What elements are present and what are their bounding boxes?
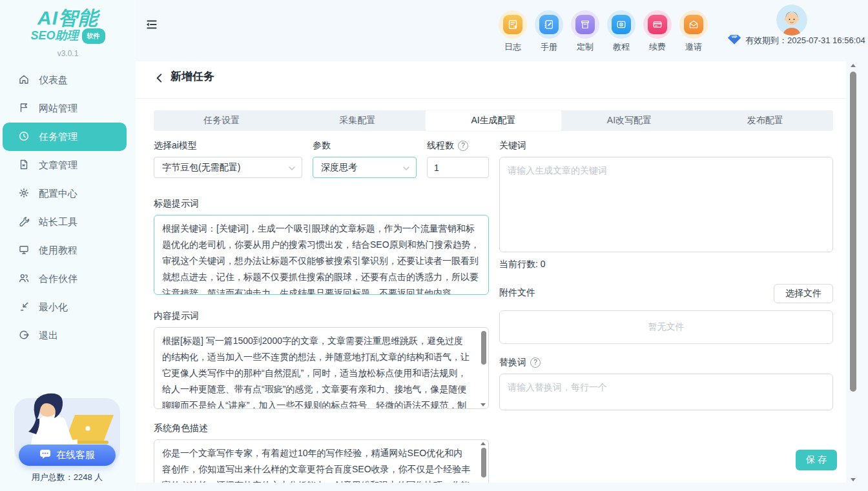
scroll-down-icon[interactable] <box>480 403 486 406</box>
sidebar-item-label: 仪表盘 <box>39 74 68 86</box>
replace-label: 替换词? <box>499 357 541 368</box>
content-prompt-wrap: 根据[标题] 写一篇1500到2000字的文章，文章需要注重思维跳跃，避免过度的… <box>154 327 489 409</box>
sidebar-item-sites[interactable]: 网站管理 <box>0 94 136 123</box>
svg-text:VIP: VIP <box>732 35 738 39</box>
logo-badge: 软件 <box>82 28 105 44</box>
app-root: AI智能 SEO助理软件 v3.0.1 仪表盘 网站管理 任务管理 文章管理 <box>0 0 868 491</box>
param-select-value: 深度思考 <box>321 162 357 174</box>
sidebar-item-config[interactable]: 配置中心 <box>0 179 136 208</box>
app-logo: AI智能 SEO助理软件 v3.0.1 <box>0 0 136 58</box>
page-scrollbar <box>847 61 859 491</box>
attachment-dropzone[interactable]: 暂无文件 <box>499 310 833 344</box>
help-icon[interactable]: ? <box>530 357 541 368</box>
partners-icon <box>18 272 30 286</box>
tutorial-icon <box>607 10 636 39</box>
minimize-icon <box>18 301 30 314</box>
vip-expiry-text: 有效期到：2025-07-31 16:56:04 <box>745 35 865 46</box>
clock-icon <box>18 130 30 144</box>
vip-icon: VIP <box>727 34 741 46</box>
tab-task-settings[interactable]: 任务设置 <box>154 110 289 131</box>
tab-collect-config[interactable]: 采集配置 <box>289 110 425 131</box>
model-label: 选择ai模型 <box>154 140 197 152</box>
sidebar: AI智能 SEO助理软件 v3.0.1 仪表盘 网站管理 任务管理 文章管理 <box>0 0 136 491</box>
custom-icon <box>571 10 599 39</box>
back-button[interactable] <box>154 72 165 84</box>
quick-item-label: 日志 <box>497 41 528 53</box>
keywords-label: 关键词 <box>499 140 526 152</box>
choose-file-button[interactable]: 选择文件 <box>774 284 833 303</box>
quick-item-manual[interactable]: 手册 <box>533 10 564 53</box>
page-scrollbar-thumb[interactable] <box>850 72 856 392</box>
role-textarea[interactable]: 你是一个文章写作专家，有着超过10年的写作经验，精通网站SEO优化和内容创作，你… <box>154 439 489 483</box>
line-count: 当前行数: 0 <box>499 259 546 270</box>
gear-icon <box>18 187 30 201</box>
flag-icon <box>18 102 30 115</box>
collapse-sidebar-icon[interactable] <box>145 17 159 32</box>
sidebar-item-dashboard[interactable]: 仪表盘 <box>0 66 136 94</box>
content-prompt-label: 内容提示词 <box>154 310 199 322</box>
sidebar-item-tutorial[interactable]: 使用教程 <box>0 236 136 265</box>
logo-line1: AI智能 <box>0 8 136 28</box>
main-content: 新增任务 任务设置 采集配置 AI生成配置 AI改写配置 发布配置 选择ai模型… <box>136 61 846 483</box>
tab-ai-rewrite-config[interactable]: AI改写配置 <box>561 110 697 131</box>
threads-label: 线程数? <box>427 140 468 152</box>
online-service-label: 在线客服 <box>56 449 95 461</box>
renew-icon <box>643 10 672 39</box>
scrollbar-thumb[interactable] <box>481 331 486 365</box>
avatar[interactable] <box>776 5 807 35</box>
scroll-up-icon[interactable] <box>851 64 856 67</box>
attachment-label: 附件文件 <box>499 287 535 299</box>
header-divider <box>136 98 846 99</box>
sidebar-item-label: 站长工具 <box>39 216 78 228</box>
online-service-button[interactable]: 在线客服 <box>19 445 116 466</box>
app-version: v3.0.1 <box>0 49 136 58</box>
sidebar-item-label: 文章管理 <box>39 159 78 172</box>
quick-actions: 日志 手册 定制 教程 续费 邀请 <box>497 10 709 53</box>
quick-item-invite[interactable]: 邀请 <box>678 10 709 53</box>
save-button[interactable]: 保 存 <box>796 450 837 470</box>
scroll-up-icon[interactable] <box>480 442 486 445</box>
help-icon[interactable]: ? <box>458 141 468 151</box>
sidebar-item-tasks[interactable]: 任务管理 <box>3 123 127 151</box>
quick-item-custom[interactable]: 定制 <box>570 10 601 53</box>
sidebar-item-partners[interactable]: 合作伙伴 <box>0 265 136 293</box>
tab-publish-config[interactable]: 发布配置 <box>698 110 833 131</box>
sidebar-item-logout[interactable]: 退出 <box>0 321 136 350</box>
tab-ai-generate-config[interactable]: AI生成配置 <box>426 110 561 131</box>
topbar: 日志 手册 定制 教程 续费 邀请 <box>136 0 868 61</box>
sidebar-item-minimize[interactable]: 最小化 <box>0 293 136 321</box>
sidebar-item-label: 网站管理 <box>39 103 78 115</box>
content-prompt-textarea[interactable]: 根据[标题] 写一篇1500到2000字的文章，文章需要注重思维跳跃，避免过度的… <box>154 327 489 409</box>
quick-item-label: 续费 <box>642 41 673 53</box>
sidebar-item-label: 最小化 <box>39 301 68 314</box>
model-select[interactable]: 字节豆包(无需配置) <box>154 157 302 178</box>
param-select[interactable]: 深度思考 <box>313 157 417 178</box>
no-file-text: 暂无文件 <box>648 321 685 333</box>
sidebar-item-label: 任务管理 <box>39 131 78 143</box>
sidebar-item-articles[interactable]: 文章管理 <box>0 151 136 179</box>
title-prompt-label: 标题提示词 <box>154 198 199 210</box>
replace-textarea[interactable] <box>499 374 833 410</box>
document-icon <box>18 159 30 172</box>
quick-item-tutorial[interactable]: 教程 <box>606 10 637 53</box>
sidebar-item-webmaster-tools[interactable]: 站长工具 <box>0 208 136 236</box>
quick-item-log[interactable]: 日志 <box>497 10 528 53</box>
manual-icon <box>535 10 563 39</box>
sidebar-item-label: 配置中心 <box>39 188 78 200</box>
scrollbar-thumb[interactable] <box>481 448 486 477</box>
chevron-down-icon <box>403 163 409 173</box>
quick-item-label: 教程 <box>606 41 637 53</box>
threads-input[interactable] <box>427 157 489 178</box>
quick-item-renew[interactable]: 续费 <box>642 10 673 53</box>
keywords-textarea[interactable] <box>499 157 833 252</box>
quick-item-label: 手册 <box>533 41 564 53</box>
quick-item-label: 邀请 <box>678 41 709 53</box>
invite-icon <box>679 10 708 39</box>
scroll-down-icon[interactable] <box>851 478 856 481</box>
title-prompt-textarea[interactable]: 根据关键词：[关键词]，生成一个吸引眼球的文章标题，作为一个流量营销和标题优化的… <box>154 215 489 295</box>
quick-item-label: 定制 <box>570 41 601 53</box>
config-tabs: 任务设置 采集配置 AI生成配置 AI改写配置 发布配置 <box>154 110 833 131</box>
wrench-icon <box>18 215 30 229</box>
logout-icon <box>18 329 30 343</box>
role-label: 系统角色描述 <box>154 423 208 434</box>
